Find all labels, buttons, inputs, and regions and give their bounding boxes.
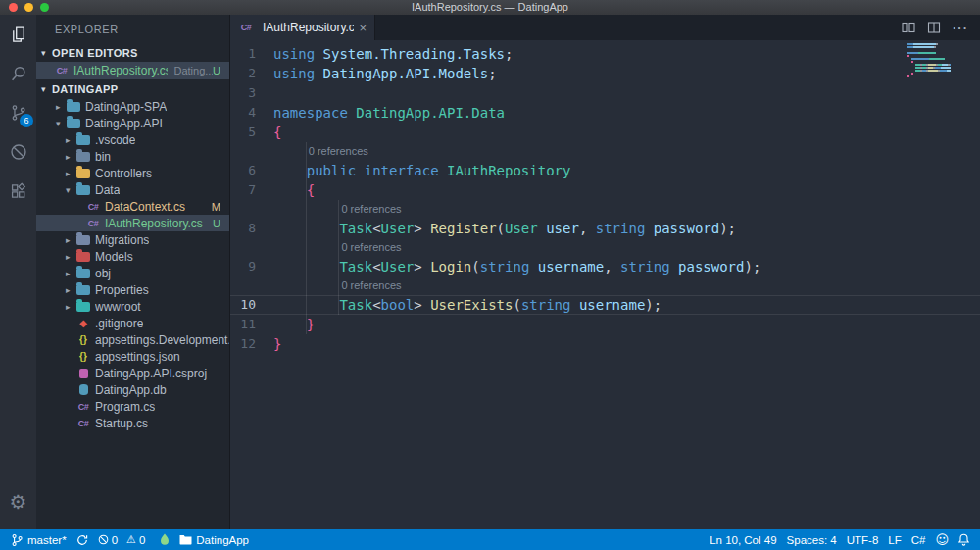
folder-icon xyxy=(76,252,90,262)
activity-source-control[interactable]: 6 xyxy=(0,93,36,132)
codelens-references[interactable]: 0 references xyxy=(307,142,368,161)
scm-badge: 6 xyxy=(20,114,33,127)
status-feedback[interactable]: ☺ xyxy=(930,529,954,550)
tree-item-gitignore[interactable]: ◆.gitignore xyxy=(36,315,229,331)
chevron-right-icon: ▸ xyxy=(66,269,76,278)
open-changes-button[interactable] xyxy=(902,21,915,34)
status-cursor-position[interactable]: Ln 10, Col 49 xyxy=(705,529,781,550)
sidebar-title: EXPLORER xyxy=(36,15,229,43)
close-icon[interactable]: × xyxy=(359,21,367,35)
gear-icon: ⚙ xyxy=(10,492,27,512)
open-editor-item-iauthrepository-cs[interactable]: C#IAuthRepository.csDating...U xyxy=(36,62,229,79)
tree-item-models[interactable]: ▸Models xyxy=(36,248,229,265)
minimize-button[interactable] xyxy=(24,3,33,12)
codelens-row[interactable]: 0 references xyxy=(230,238,980,257)
status-language-mode[interactable]: C# xyxy=(906,529,931,550)
code-line[interactable]: 7{ xyxy=(230,180,980,200)
project-section-header[interactable]: ▾ DATINGAPP xyxy=(36,79,229,98)
status-git-branch[interactable]: master* xyxy=(6,529,72,550)
tree-item-properties[interactable]: ▸Properties xyxy=(36,281,229,298)
code-line[interactable]: 10Task<bool> UserExists(string username)… xyxy=(230,295,980,315)
status-sync[interactable] xyxy=(72,529,93,550)
line-number: 11 xyxy=(230,315,273,334)
code-token: System.Threading.Tasks xyxy=(323,44,505,64)
status-workspace[interactable]: DatingApp xyxy=(174,529,254,550)
status-language-mode-label: C# xyxy=(911,534,926,546)
code-line[interactable]: 6public interface IAuthRepository xyxy=(230,161,980,180)
activity-explorer[interactable] xyxy=(0,15,36,54)
codelens-row[interactable]: 0 references xyxy=(230,276,980,295)
status-problems-count: 0 xyxy=(139,534,145,546)
csproj-file-icon xyxy=(75,369,91,378)
split-editor-button[interactable] xyxy=(927,21,941,34)
code-line[interactable]: 9Task<User> Login(string username, strin… xyxy=(230,257,980,276)
tree-item-datingapp-spa[interactable]: ▸DatingApp-SPA xyxy=(36,98,229,115)
tree-item-label: Controllers xyxy=(95,167,152,180)
tree-item-appsettings-json[interactable]: {}appsettings.json xyxy=(36,348,229,365)
status-flame[interactable] xyxy=(155,529,174,550)
zoom-button[interactable] xyxy=(40,3,49,12)
tree-item-datacontext-cs[interactable]: C#DataContext.csM xyxy=(36,198,229,215)
codelens-references[interactable]: 0 references xyxy=(339,238,401,257)
open-editor-detail: Dating... xyxy=(173,65,213,76)
tree-item-obj[interactable]: ▸obj xyxy=(36,265,229,281)
code-line[interactable]: 12} xyxy=(230,334,980,354)
chevron-right-icon: ▸ xyxy=(66,302,76,312)
codelens-row[interactable]: 0 references xyxy=(230,142,980,161)
debug-icon xyxy=(8,141,29,163)
tree-item-bin[interactable]: ▸bin xyxy=(36,148,229,165)
tree-item-datingapp-db[interactable]: DatingApp.db xyxy=(36,381,229,398)
tree-item-appsettings-development-js[interactable]: {}appsettings.Development.js... xyxy=(36,331,229,348)
code-line[interactable]: 5{ xyxy=(230,123,980,142)
status-notifications[interactable] xyxy=(954,529,974,550)
minimap[interactable] xyxy=(907,43,951,78)
tree-item-wwwroot[interactable]: ▸wwwroot xyxy=(36,298,229,315)
code-line[interactable]: 2using DatingApp.API.Models; xyxy=(230,64,980,83)
open-editors-header[interactable]: ▾ OPEN EDITORS xyxy=(36,43,229,62)
database-file-icon xyxy=(75,384,91,395)
activity-extensions[interactable] xyxy=(0,172,36,211)
editor-tab[interactable]: C# IAuthRepository.cs × xyxy=(230,15,375,40)
code-token: } xyxy=(307,315,315,334)
code-line[interactable]: 3 xyxy=(230,83,980,103)
code-token: Login xyxy=(430,257,471,276)
tree-item-controllers[interactable]: ▸Controllers xyxy=(36,165,229,181)
codelens-references[interactable]: 0 references xyxy=(339,276,401,295)
tree-item-migrations[interactable]: ▸Migrations xyxy=(36,231,229,248)
code-token: namespace xyxy=(273,103,356,123)
code-token: ( xyxy=(471,257,479,276)
tree-item-data[interactable]: ▾Data xyxy=(36,181,229,198)
sync-icon xyxy=(76,534,88,546)
line-number: 9 xyxy=(230,257,273,276)
indent-guide xyxy=(307,219,340,238)
codelens-row[interactable]: 0 references xyxy=(230,200,980,219)
more-actions-button[interactable]: ··· xyxy=(953,21,968,35)
status-problems[interactable]: 0⚠0 xyxy=(93,529,156,550)
tree-item-label: obj xyxy=(95,267,111,280)
code-line[interactable]: 11} xyxy=(230,315,980,334)
tree-item-vscode[interactable]: ▸.vscode xyxy=(36,131,229,148)
tree-item-iauthrepository-cs[interactable]: C#IAuthRepository.csU xyxy=(36,215,229,231)
code-line[interactable]: 1using System.Threading.Tasks; xyxy=(230,44,980,64)
tree-item-program-cs[interactable]: C#Program.cs xyxy=(36,398,229,415)
tree-item-datingapp-api-csproj[interactable]: DatingApp.API.csproj xyxy=(36,365,229,381)
activity-search[interactable] xyxy=(0,54,36,93)
tree-item-datingapp-api[interactable]: ▾DatingApp.API xyxy=(36,115,229,131)
editor-surface[interactable]: 1using System.Threading.Tasks;2using Dat… xyxy=(230,40,980,529)
vscode-window: IAuthRepository.cs — DatingApp 6 ⚙ EXPLO… xyxy=(0,0,980,550)
status-encoding[interactable]: UTF-8 xyxy=(842,529,884,550)
code-token: DatingApp.API.Models xyxy=(323,64,489,83)
code-line[interactable]: 8Task<User> Register(User user, string p… xyxy=(230,219,980,238)
line-number: 7 xyxy=(230,180,273,200)
activity-debug[interactable] xyxy=(0,132,36,172)
close-button[interactable] xyxy=(9,3,18,12)
tree-item-startup-cs[interactable]: C#Startup.cs xyxy=(36,415,229,431)
codelens-references[interactable]: 0 references xyxy=(339,200,401,219)
status-problems-count: 0 xyxy=(112,534,118,546)
status-indentation[interactable]: Spaces: 4 xyxy=(782,529,842,550)
titlebar: IAuthRepository.cs — DatingApp xyxy=(0,0,980,15)
status-eol[interactable]: LF xyxy=(883,529,906,550)
activity-settings[interactable]: ⚙ xyxy=(0,482,36,522)
minimap-line xyxy=(907,43,951,45)
code-line[interactable]: 4namespace DatingApp.API.Data xyxy=(230,103,980,123)
